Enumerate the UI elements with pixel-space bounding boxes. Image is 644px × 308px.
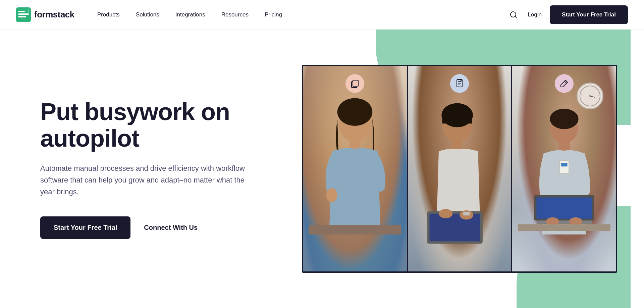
svg-rect-39 bbox=[536, 198, 592, 219]
svg-rect-22 bbox=[463, 212, 470, 215]
svg-rect-34 bbox=[558, 142, 570, 150]
svg-point-10 bbox=[337, 98, 373, 126]
svg-rect-2 bbox=[18, 13, 29, 15]
person-silhouette-2 bbox=[413, 87, 506, 271]
search-icon bbox=[509, 11, 518, 19]
svg-rect-8 bbox=[353, 80, 358, 86]
svg-line-6 bbox=[515, 16, 517, 17]
login-button[interactable]: Login bbox=[528, 11, 542, 18]
nav-cta-button[interactable]: Start Your Free Trial bbox=[550, 5, 628, 24]
svg-point-5 bbox=[511, 12, 516, 17]
search-button[interactable] bbox=[507, 9, 520, 21]
svg-point-20 bbox=[439, 209, 452, 218]
document-icon bbox=[455, 79, 464, 88]
brand-name: formstack bbox=[34, 9, 74, 20]
svg-point-33 bbox=[550, 109, 578, 129]
nav-item-products[interactable]: Products bbox=[91, 9, 126, 21]
hero-subtext: Automate manual processes and drive effi… bbox=[40, 162, 248, 198]
hero-headline: Put busywork on autopilot bbox=[40, 99, 275, 152]
svg-point-12 bbox=[326, 188, 337, 202]
hero-cta-button[interactable]: Start Your Free Trial bbox=[40, 216, 130, 239]
svg-rect-1 bbox=[18, 11, 25, 12]
nav-links: Products Solutions Integrations Resource… bbox=[91, 9, 508, 21]
icon-badge-1 bbox=[345, 74, 364, 93]
person-silhouette-3 bbox=[518, 87, 611, 271]
logo[interactable]: | formstack bbox=[16, 7, 74, 22]
nav-item-solutions[interactable]: Solutions bbox=[129, 9, 166, 21]
navbar: | formstack Products Solutions Integrati… bbox=[0, 0, 644, 30]
svg-rect-3 bbox=[18, 16, 26, 17]
hero-content: Put busywork on autopilot Automate manua… bbox=[40, 99, 275, 239]
hero-headline-line2: autopilot bbox=[40, 125, 139, 152]
copy-icon bbox=[350, 79, 360, 88]
svg-rect-42 bbox=[518, 224, 610, 232]
hero-image-panel-3 bbox=[512, 66, 616, 271]
hero-image-panel-1 bbox=[303, 66, 408, 271]
svg-line-31 bbox=[565, 81, 567, 83]
edit-icon bbox=[559, 79, 569, 88]
nav-item-resources[interactable]: Resources bbox=[215, 9, 255, 21]
hero-image-collage bbox=[302, 65, 617, 273]
hero-image-area bbox=[302, 51, 604, 286]
nav-right: Login Start Your Free Trial bbox=[507, 5, 628, 24]
svg-rect-35 bbox=[559, 161, 569, 174]
hero-headline-line1: Put busywork on bbox=[40, 98, 230, 125]
icon-badge-2 bbox=[450, 74, 469, 93]
nav-item-pricing[interactable]: Pricing bbox=[258, 9, 289, 21]
svg-text:|: | bbox=[28, 8, 29, 13]
nav-item-integrations[interactable]: Integrations bbox=[169, 9, 212, 21]
hero-section: Put busywork on autopilot Automate manua… bbox=[0, 30, 644, 308]
formstack-logo-icon: | bbox=[16, 7, 31, 22]
hero-ctas: Start Your Free Trial Connect With Us bbox=[40, 216, 275, 239]
hero-connect-link[interactable]: Connect With Us bbox=[144, 224, 198, 232]
person-silhouette-1 bbox=[308, 87, 401, 271]
svg-rect-19 bbox=[429, 214, 480, 242]
svg-rect-36 bbox=[561, 163, 567, 166]
svg-rect-13 bbox=[309, 225, 401, 235]
svg-rect-17 bbox=[452, 141, 462, 150]
icon-badge-3 bbox=[555, 74, 574, 93]
hero-image-panel-2 bbox=[408, 66, 513, 271]
